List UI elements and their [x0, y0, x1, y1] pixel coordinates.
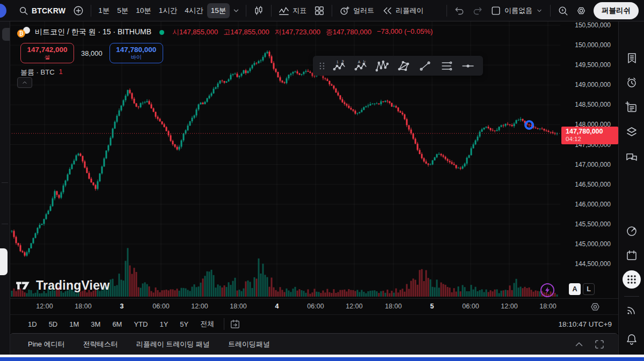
- signal-streams-icon[interactable]: [625, 304, 638, 316]
- layers-icon[interactable]: [625, 126, 638, 138]
- redo-icon: [472, 5, 483, 16]
- trend-line-tool[interactable]: [415, 58, 435, 74]
- tradingview-logo-icon: [15, 277, 31, 293]
- top-toolbar: BTCKRW 1분5분10분1시간4시간 15분 지표 얼러트 리플레이 이름없…: [0, 0, 644, 21]
- panel-tab[interactable]: 전략테스터: [83, 340, 118, 349]
- interval-5분[interactable]: 5분: [113, 3, 132, 18]
- range-3M[interactable]: 3M: [86, 318, 105, 330]
- apps-grid-button[interactable]: [623, 270, 641, 289]
- pattern-15-tool[interactable]: 15: [329, 58, 349, 74]
- layout-square-icon: [491, 5, 501, 16]
- sell-button[interactable]: 147,742,000 셀: [20, 43, 74, 63]
- high-value: 147,855,000: [230, 28, 269, 36]
- range-1Y[interactable]: 1Y: [155, 318, 172, 330]
- interval-15m-selected[interactable]: 15분: [207, 3, 230, 18]
- chevron-down-icon[interactable]: [232, 6, 240, 15]
- interval-10분[interactable]: 10분: [132, 3, 155, 18]
- interval-4시간[interactable]: 4시간: [181, 3, 207, 18]
- search-icon: [19, 6, 28, 16]
- alert-clock-icon: [339, 5, 350, 16]
- symbol-search-button[interactable]: BTCKRW: [15, 3, 69, 18]
- interval-1시간[interactable]: 1시간: [155, 3, 181, 18]
- alert-button[interactable]: 얼러트: [335, 3, 378, 19]
- layout-name-button[interactable]: 이름없음: [487, 3, 547, 19]
- apps-grid-icon: [626, 274, 637, 285]
- settings-button[interactable]: [572, 3, 590, 19]
- candle-style-button[interactable]: [250, 3, 268, 19]
- range-6M[interactable]: 6M: [108, 318, 126, 330]
- panel-expand-icon[interactable]: [573, 338, 585, 350]
- panel-maximize-icon[interactable]: [594, 338, 605, 350]
- publish-button[interactable]: 퍼블리쉬: [594, 2, 639, 19]
- svg-text:150,500,000: 150,500,000: [575, 21, 611, 29]
- svg-text:146,000,000: 146,000,000: [575, 201, 611, 208]
- chart-area[interactable]: 150,500,000150,000,000149,500,000149,000…: [10, 21, 618, 298]
- time-label: 5: [416, 303, 448, 310]
- interval-1분[interactable]: 1분: [94, 3, 113, 18]
- time-label: 18:00: [222, 303, 254, 310]
- quick-search-button[interactable]: [554, 3, 572, 19]
- pattern-xabcd-tool[interactable]: [372, 58, 392, 74]
- horizontal-line-tool[interactable]: [458, 58, 478, 74]
- replay-button[interactable]: 리플레이: [378, 3, 427, 19]
- floating-draw-toolbar: 15 AC: [313, 56, 483, 76]
- divider: [624, 296, 639, 297]
- alert-clock-icon[interactable]: [625, 76, 638, 89]
- pattern-abc-tool[interactable]: AC: [350, 58, 370, 74]
- panel-tab[interactable]: 리플레이 트레이딩 패널: [136, 340, 210, 349]
- radar-icon[interactable]: [625, 224, 638, 237]
- active-tool-highlight: [2, 28, 10, 41]
- add-symbol-button[interactable]: [69, 3, 87, 19]
- avatar[interactable]: [0, 4, 6, 18]
- magnet-tool-partial[interactable]: [0, 248, 8, 275]
- time-label: 06:00: [299, 303, 332, 310]
- redo-button[interactable]: [469, 3, 487, 19]
- range-buttons: 1D5D1M3M6MYTD1Y5Y전체: [24, 317, 218, 331]
- divider: [91, 5, 91, 17]
- watchlist-icon[interactable]: [625, 51, 638, 64]
- layout-grid-button[interactable]: [310, 3, 328, 19]
- range-5D[interactable]: 5D: [45, 318, 62, 330]
- polygon-tool[interactable]: [393, 58, 413, 74]
- panel-tab[interactable]: Pine 에디터: [28, 340, 65, 349]
- indicators-button[interactable]: 지표: [275, 3, 310, 19]
- axis-settings-gear-icon[interactable]: [589, 301, 601, 313]
- symbol-title[interactable]: 비트코인 / 한국 원 · 15 · BITHUMB: [35, 27, 151, 37]
- undo-button[interactable]: [450, 3, 469, 19]
- clock-timezone[interactable]: 18:10:47 UTC+9: [559, 320, 612, 328]
- fib-retracement-tool[interactable]: [436, 58, 456, 74]
- range-1D[interactable]: 1D: [24, 318, 41, 330]
- log-scale-button[interactable]: L: [583, 283, 595, 295]
- flash-trade-icon[interactable]: [540, 283, 554, 297]
- collapse-legend-button[interactable]: [17, 77, 32, 88]
- volume-legend[interactable]: 볼륨 · BTC 1: [20, 68, 63, 77]
- drawing-toolbar-collapsed[interactable]: [0, 21, 10, 355]
- bell-icon[interactable]: [625, 333, 638, 345]
- divider: [447, 5, 447, 17]
- low-label: 저: [275, 28, 282, 36]
- divider: [271, 5, 272, 17]
- panel-tab[interactable]: 트레이딩패널: [228, 340, 270, 349]
- range-YTD[interactable]: YTD: [129, 318, 152, 330]
- buy-button[interactable]: 147,780,000 바이: [109, 43, 163, 63]
- goto-date-icon[interactable]: [230, 319, 240, 329]
- chat-icon[interactable]: [625, 151, 638, 164]
- svg-text:145,500,000: 145,500,000: [575, 220, 611, 228]
- open-value: 147,855,000: [179, 28, 218, 36]
- undo-icon: [454, 5, 465, 16]
- auto-scale-button[interactable]: A: [569, 283, 581, 295]
- drag-handle[interactable]: [318, 61, 326, 71]
- gear-icon: [576, 5, 587, 16]
- range-전체[interactable]: 전체: [196, 317, 218, 331]
- sell-label: 셀: [45, 54, 50, 61]
- range-5Y[interactable]: 5Y: [175, 318, 193, 330]
- news-icon[interactable]: [625, 101, 638, 114]
- buy-label: 바이: [131, 54, 142, 61]
- blue-circle-marker[interactable]: [524, 120, 534, 130]
- calendar-icon[interactable]: [625, 249, 638, 262]
- indicators-label: 지표: [292, 6, 306, 16]
- time-axis[interactable]: 12:0018:00306:0012:0018:00406:0012:0018:…: [10, 298, 618, 315]
- range-1M[interactable]: 1M: [65, 318, 83, 330]
- open-label: 시: [172, 28, 179, 36]
- time-label: 4: [261, 303, 293, 310]
